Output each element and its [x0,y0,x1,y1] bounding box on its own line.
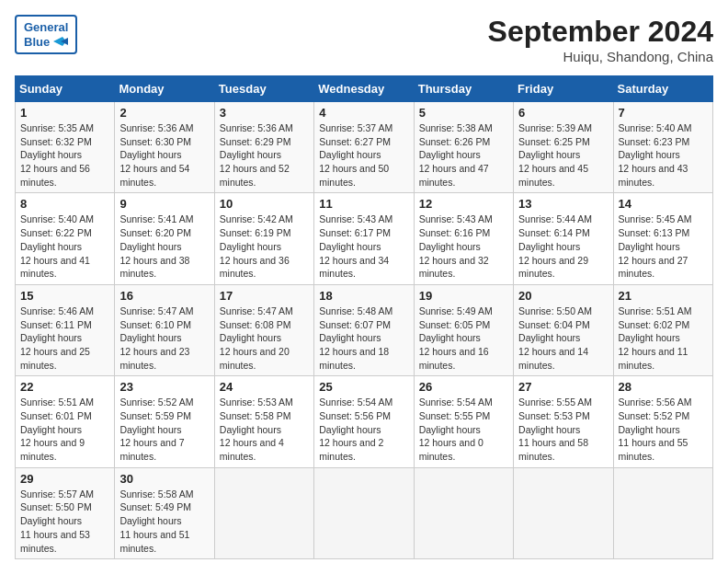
calendar-week-3: 15Sunrise: 5:46 AMSunset: 6:11 PMDayligh… [16,284,713,375]
day-info: Sunrise: 5:43 AMSunset: 6:16 PMDaylight … [419,213,508,280]
calendar-cell: 29Sunrise: 5:57 AMSunset: 5:50 PMDayligh… [16,467,115,558]
calendar-cell: 11Sunrise: 5:43 AMSunset: 6:17 PMDayligh… [314,193,414,284]
calendar-cell [414,467,513,558]
calendar-week-1: 1Sunrise: 5:35 AMSunset: 6:32 PMDaylight… [16,102,713,193]
day-number: 28 [619,380,708,394]
calendar-cell: 26Sunrise: 5:54 AMSunset: 5:55 PMDayligh… [414,376,513,467]
day-number: 6 [518,106,608,120]
calendar-cell: 18Sunrise: 5:48 AMSunset: 6:07 PMDayligh… [314,284,414,375]
calendar-cell: 2Sunrise: 5:36 AMSunset: 6:30 PMDaylight… [115,102,214,193]
calendar-cell: 12Sunrise: 5:43 AMSunset: 6:16 PMDayligh… [414,193,513,284]
day-info: Sunrise: 5:39 AMSunset: 6:25 PMDaylight … [518,121,608,189]
calendar-cell: 6Sunrise: 5:39 AMSunset: 6:25 PMDaylight… [514,102,613,193]
day-info: Sunrise: 5:52 AMSunset: 5:59 PMDaylight … [119,396,209,463]
day-info: Sunrise: 5:51 AMSunset: 6:02 PMDaylight … [619,304,708,372]
day-number: 23 [119,380,209,394]
day-number: 30 [119,472,209,486]
day-number: 20 [518,289,608,303]
day-number: 15 [20,289,109,303]
day-number: 1 [20,106,109,120]
day-info: Sunrise: 5:54 AMSunset: 5:55 PMDaylight … [419,396,508,463]
calendar-cell: 20Sunrise: 5:50 AMSunset: 6:04 PMDayligh… [514,284,613,375]
calendar-cell: 16Sunrise: 5:47 AMSunset: 6:10 PMDayligh… [115,284,214,375]
day-info: Sunrise: 5:58 AMSunset: 5:49 PMDaylight … [119,488,209,555]
weekday-header-row: SundayMondayTuesdayWednesdayThursdayFrid… [16,76,713,102]
calendar-cell: 30Sunrise: 5:58 AMSunset: 5:49 PMDayligh… [115,467,214,558]
day-info: Sunrise: 5:46 AMSunset: 6:11 PMDaylight … [20,304,109,372]
day-number: 7 [619,106,708,120]
day-number: 24 [220,380,309,394]
day-info: Sunrise: 5:37 AMSunset: 6:27 PMDaylight … [319,121,408,189]
day-number: 8 [20,197,109,211]
day-number: 29 [20,472,109,486]
day-number: 2 [119,106,209,120]
day-number: 27 [518,380,608,394]
day-info: Sunrise: 5:44 AMSunset: 6:14 PMDaylight … [518,213,608,280]
location: Huiqu, Shandong, China [488,49,713,64]
month-title: September 2024 [488,15,713,49]
calendar-cell: 15Sunrise: 5:46 AMSunset: 6:11 PMDayligh… [16,284,115,375]
page-header: General Blue General Blue September 2024… [15,15,713,64]
weekday-monday: Monday [115,76,214,102]
calendar-cell: 4Sunrise: 5:37 AMSunset: 6:27 PMDaylight… [314,102,414,193]
day-info: Sunrise: 5:35 AMSunset: 6:32 PMDaylight … [20,121,109,189]
day-number: 25 [319,380,408,394]
day-info: Sunrise: 5:41 AMSunset: 6:20 PMDaylight … [119,213,209,280]
calendar-cell: 5Sunrise: 5:38 AMSunset: 6:26 PMDaylight… [414,102,513,193]
calendar-week-2: 8Sunrise: 5:40 AMSunset: 6:22 PMDaylight… [16,193,713,284]
calendar-cell: 14Sunrise: 5:45 AMSunset: 6:13 PMDayligh… [613,193,712,284]
calendar-cell: 25Sunrise: 5:54 AMSunset: 5:56 PMDayligh… [314,376,414,467]
calendar-cell [613,467,712,558]
day-info: Sunrise: 5:38 AMSunset: 6:26 PMDaylight … [419,121,508,189]
day-number: 5 [419,106,508,120]
day-number: 18 [319,289,408,303]
day-number: 16 [119,289,209,303]
day-number: 13 [518,197,608,211]
calendar-cell: 3Sunrise: 5:36 AMSunset: 6:29 PMDaylight… [214,102,313,193]
day-info: Sunrise: 5:36 AMSunset: 6:30 PMDaylight … [119,121,209,189]
day-info: Sunrise: 5:42 AMSunset: 6:19 PMDaylight … [220,213,309,280]
day-info: Sunrise: 5:51 AMSunset: 6:01 PMDaylight … [20,396,109,463]
calendar-body: 1Sunrise: 5:35 AMSunset: 6:32 PMDaylight… [16,102,713,559]
day-info: Sunrise: 5:40 AMSunset: 6:23 PMDaylight … [619,121,708,189]
day-info: Sunrise: 5:40 AMSunset: 6:22 PMDaylight … [20,213,109,280]
day-info: Sunrise: 5:47 AMSunset: 6:10 PMDaylight … [119,304,209,372]
calendar-week-4: 22Sunrise: 5:51 AMSunset: 6:01 PMDayligh… [16,376,713,467]
day-number: 11 [319,197,408,211]
weekday-tuesday: Tuesday [214,76,313,102]
calendar-week-5: 29Sunrise: 5:57 AMSunset: 5:50 PMDayligh… [16,467,713,558]
weekday-wednesday: Wednesday [314,76,414,102]
day-info: Sunrise: 5:56 AMSunset: 5:52 PMDaylight … [619,396,708,463]
day-number: 19 [419,289,508,303]
logo-general: General [24,20,68,35]
calendar-table: SundayMondayTuesdayWednesdayThursdayFrid… [15,75,713,559]
weekday-saturday: Saturday [613,76,712,102]
day-number: 14 [619,197,708,211]
day-info: Sunrise: 5:55 AMSunset: 5:53 PMDaylight … [518,396,608,463]
day-info: Sunrise: 5:48 AMSunset: 6:07 PMDaylight … [319,304,408,372]
day-number: 4 [319,106,408,120]
weekday-friday: Friday [514,76,613,102]
day-info: Sunrise: 5:53 AMSunset: 5:58 PMDaylight … [220,396,309,463]
calendar-cell: 27Sunrise: 5:55 AMSunset: 5:53 PMDayligh… [514,376,613,467]
day-number: 26 [419,380,508,394]
day-number: 9 [119,197,209,211]
day-info: Sunrise: 5:57 AMSunset: 5:50 PMDaylight … [20,488,109,555]
day-info: Sunrise: 5:45 AMSunset: 6:13 PMDaylight … [619,213,708,280]
day-number: 17 [220,289,309,303]
calendar-cell: 21Sunrise: 5:51 AMSunset: 6:02 PMDayligh… [613,284,712,375]
calendar-cell: 19Sunrise: 5:49 AMSunset: 6:05 PMDayligh… [414,284,513,375]
calendar-cell [514,467,613,558]
logo-arrow-icon [51,36,68,47]
day-info: Sunrise: 5:49 AMSunset: 6:05 PMDaylight … [419,304,508,372]
day-number: 10 [220,197,309,211]
day-number: 22 [20,380,109,394]
calendar-cell: 7Sunrise: 5:40 AMSunset: 6:23 PMDaylight… [613,102,712,193]
day-info: Sunrise: 5:36 AMSunset: 6:29 PMDaylight … [220,121,309,189]
day-number: 3 [220,106,309,120]
logo-box: General Blue [15,15,77,54]
logo-blue: Blue [24,35,68,50]
calendar-cell: 10Sunrise: 5:42 AMSunset: 6:19 PMDayligh… [214,193,313,284]
calendar-cell: 24Sunrise: 5:53 AMSunset: 5:58 PMDayligh… [214,376,313,467]
day-info: Sunrise: 5:54 AMSunset: 5:56 PMDaylight … [319,396,408,463]
